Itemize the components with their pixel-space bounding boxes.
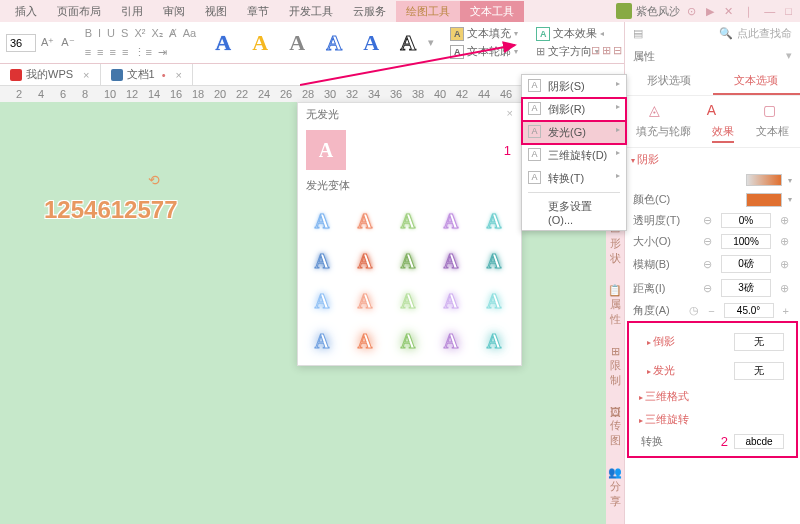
clear-icon[interactable]: A̸ (167, 25, 179, 42)
tab-view[interactable]: 视图 (195, 1, 237, 22)
glow-option[interactable]: A (304, 203, 340, 239)
val-distance[interactable]: 3磅 (721, 279, 771, 297)
glow-option[interactable]: A (476, 283, 512, 319)
glow-option[interactable]: A (476, 323, 512, 359)
inc-size-icon[interactable]: A⁺ (39, 35, 56, 50)
mi-more[interactable]: 更多设置(O)... (522, 195, 626, 230)
doc-tab-wps[interactable]: 我的WPS× (0, 64, 101, 85)
underline-icon[interactable]: U (105, 25, 117, 42)
ptab-text[interactable]: 文本选项 (713, 68, 801, 95)
win-icon[interactable]: ｜ (740, 4, 757, 19)
color-swatch[interactable] (746, 193, 782, 207)
case-icon[interactable]: Aa (181, 25, 198, 42)
bold-icon[interactable]: B (83, 25, 94, 42)
text-fill[interactable]: A文本填充▾ (446, 25, 522, 42)
mi-transform[interactable]: 转换(T) (522, 167, 626, 190)
wordart-text[interactable]: 1254612577 (44, 196, 177, 224)
minus-icon[interactable]: ⊖ (700, 282, 715, 295)
glow-option[interactable]: A (347, 243, 383, 279)
tab-cloud[interactable]: 云服务 (343, 1, 396, 22)
mi-glow[interactable]: 发光(G) (522, 121, 626, 144)
win-icon[interactable]: ▶ (703, 5, 717, 18)
close-icon[interactable]: × (175, 69, 181, 81)
gradient-swatch[interactable] (746, 174, 782, 186)
val-size[interactable]: 100% (721, 234, 771, 249)
tab-text-tools[interactable]: 文本工具 (460, 1, 524, 22)
tab-draw-tools[interactable]: 绘图工具 (396, 1, 460, 22)
win-icon[interactable]: ⊙ (684, 5, 699, 18)
effect-icon[interactable]: A (707, 102, 716, 118)
glow-option[interactable]: A (433, 203, 469, 239)
style-a[interactable]: A (354, 28, 388, 58)
sect-glow[interactable]: 发光 (641, 359, 728, 382)
sb-legend[interactable]: 🖼传图 (606, 406, 624, 448)
val-none[interactable]: 无 (734, 362, 784, 380)
glow-option[interactable]: A (433, 283, 469, 319)
mi-rotate3d[interactable]: 三维旋转(D) (522, 144, 626, 167)
glow-option[interactable]: A (347, 323, 383, 359)
minus-icon[interactable]: ⊖ (700, 214, 715, 227)
style-a[interactable]: A (391, 28, 425, 58)
val-opacity[interactable]: 0% (721, 213, 771, 228)
glow-option[interactable]: A (390, 323, 426, 359)
dropdown-icon[interactable]: ▾ (786, 49, 792, 64)
super-icon[interactable]: X² (132, 25, 147, 42)
strike-icon[interactable]: S (119, 25, 130, 42)
glow-option[interactable]: A (304, 283, 340, 319)
dec-size-icon[interactable]: A⁻ (59, 35, 76, 50)
dial-icon[interactable]: ◷ (689, 304, 699, 317)
rotate-handle[interactable] (148, 172, 158, 182)
avatar[interactable] (616, 3, 632, 19)
glow-option[interactable]: A (433, 243, 469, 279)
glow-option[interactable]: A (476, 243, 512, 279)
sect-3drotate[interactable]: 三维旋转 (633, 408, 792, 431)
indent-icon[interactable]: ⇥ (156, 44, 169, 61)
tab-dev[interactable]: 开发工具 (279, 1, 343, 22)
align-justify-icon[interactable]: ≡ (120, 44, 130, 61)
sect-shadow[interactable]: 阴影 (625, 148, 800, 171)
style-a[interactable]: A (206, 28, 240, 58)
align-center-icon[interactable]: ≡ (95, 44, 105, 61)
list-icon[interactable]: ⋮≡ (132, 44, 153, 61)
mi-reflect[interactable]: 倒影(R) (522, 98, 626, 121)
minimize-icon[interactable]: — (761, 5, 778, 17)
fill-icon[interactable]: ◬ (649, 102, 660, 118)
font-size-input[interactable]: 36 (6, 34, 36, 52)
win-icon[interactable]: ✕ (721, 5, 736, 18)
sect-3dformat[interactable]: 三维格式 (633, 385, 792, 408)
sect-reflect[interactable]: 倒影 (641, 330, 728, 353)
misc-icon[interactable]: ⊟ (613, 44, 622, 57)
doc-tab-1[interactable]: 文档1•× (101, 64, 193, 85)
glow-option[interactable]: A (347, 283, 383, 319)
italic-icon[interactable]: I (96, 25, 103, 42)
minus-icon[interactable]: ⊖ (700, 235, 715, 248)
tab-review[interactable]: 审阅 (153, 1, 195, 22)
text-effect[interactable]: A文本效果◂ (532, 25, 608, 42)
tab-insert[interactable]: 插入 (5, 1, 47, 22)
glow-option[interactable]: A (390, 283, 426, 319)
mi-shadow[interactable]: 阴影(S) (522, 75, 626, 98)
plus-icon[interactable]: ⊕ (777, 258, 792, 271)
minus-icon[interactable]: ⊖ (700, 258, 715, 271)
tab-chapter[interactable]: 章节 (237, 1, 279, 22)
align-right-icon[interactable]: ≡ (108, 44, 118, 61)
panel-search[interactable]: ▤🔍点此查找命 (625, 22, 800, 45)
glow-none[interactable]: A (306, 130, 346, 170)
glow-option[interactable]: A (304, 323, 340, 359)
glow-option[interactable]: A (476, 203, 512, 239)
close-icon[interactable]: × (83, 69, 89, 81)
expand-icon[interactable]: ▾ (428, 36, 434, 49)
plus-icon[interactable]: ⊕ (777, 282, 792, 295)
tab-layout[interactable]: 页面布局 (47, 1, 111, 22)
plus-icon[interactable]: + (780, 305, 792, 317)
glow-option[interactable]: A (390, 203, 426, 239)
align-left-icon[interactable]: ≡ (83, 44, 93, 61)
plus-icon[interactable]: ⊕ (777, 235, 792, 248)
sb-limit[interactable]: ⊞限制 (606, 345, 624, 388)
glow-option[interactable]: A (304, 243, 340, 279)
sect-transform[interactable]: 转换 (641, 434, 715, 449)
sublbl-fill[interactable]: 填充与轮廓 (636, 124, 691, 143)
style-a[interactable]: A (317, 28, 351, 58)
sb-prop[interactable]: 📋属性 (606, 284, 624, 327)
ptab-shape[interactable]: 形状选项 (625, 68, 713, 95)
